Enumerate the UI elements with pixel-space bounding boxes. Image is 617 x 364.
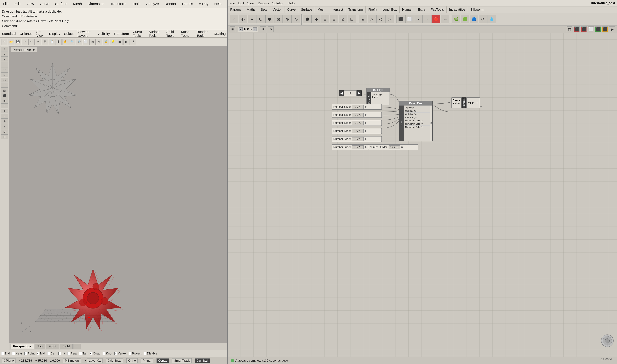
menu-file[interactable]: File — [2, 1, 10, 6]
tool-zoom-window[interactable]: ⬜ — [83, 39, 89, 45]
gh-menu-edit[interactable]: Edit — [238, 1, 244, 5]
gh-menu-help[interactable]: Help — [288, 1, 295, 5]
gh-tool-17[interactable]: ◁ — [376, 15, 385, 23]
gh-tool-23[interactable]: 🔴 — [432, 15, 440, 23]
menu-dimension[interactable]: Dimension — [87, 1, 106, 6]
tool-zoom-in[interactable]: 🔍 — [69, 39, 75, 45]
menu2-setview[interactable]: Set View — [36, 29, 46, 38]
tool-points[interactable]: · — [1, 104, 8, 108]
menu2-mesh-tools[interactable]: Mesh Tools — [180, 29, 193, 38]
gh-tab-transform[interactable]: Transform — [346, 6, 366, 13]
menu2-solid-tools[interactable]: Solid Tools — [166, 29, 178, 38]
basic-box-node[interactable]: Basic Box Struts Topology Cell Size (x) … — [399, 101, 433, 141]
snap-int[interactable]: Int — [58, 352, 65, 355]
layer-btn[interactable]: Layer 01 — [87, 358, 103, 363]
tool-rect[interactable]: □ — [1, 72, 8, 77]
snap-perp[interactable]: Perp — [67, 352, 77, 355]
cell-type-node[interactable]: Cell Tye Preset Cell Topology Lines — [366, 88, 390, 105]
snap-int-checkbox[interactable] — [58, 352, 61, 355]
gh-preview-geom[interactable]: ⬜ — [588, 26, 594, 32]
struts-node[interactable]: Struts Radius — [451, 97, 462, 108]
tool-cut[interactable]: ✂ — [35, 39, 41, 45]
slider-4[interactable]: Number Slider ◇ 2 — [332, 128, 382, 134]
gh-tool-3[interactable]: ● — [248, 15, 256, 23]
gh-tab-curve[interactable]: Curve — [284, 6, 298, 13]
zoom-in-btn[interactable]: + — [253, 27, 257, 31]
gh-tool-10[interactable]: ◆ — [312, 15, 321, 23]
slider-3[interactable]: Number Slider 75 ◇ — [332, 120, 382, 126]
gh-tab-firefly[interactable]: Firefly — [366, 6, 380, 13]
gh-menu-file[interactable]: File — [229, 1, 235, 5]
x-slider-right-arrow[interactable]: ▶ — [358, 91, 361, 95]
snap-project[interactable]: Project — [129, 352, 141, 355]
menu-curve[interactable]: Curve — [39, 1, 50, 6]
mesh-expand[interactable]: ⊞ — [476, 101, 478, 105]
menu2-drafting[interactable]: Drafting — [213, 31, 226, 36]
tool-surface[interactable]: ◧ — [1, 88, 8, 93]
status-osnap[interactable]: Osnap — [156, 358, 169, 363]
units-btn[interactable]: Millimeters — [63, 358, 81, 363]
gh-tab-intersect[interactable]: Intersect — [328, 6, 346, 13]
gh-tool-4[interactable]: ⬡ — [256, 15, 265, 23]
gh-tool-2[interactable]: ◐ — [239, 15, 247, 23]
gh-tab-params[interactable]: Params — [228, 6, 244, 13]
menu-transform[interactable]: Transform — [109, 1, 127, 6]
tool-paste[interactable]: 📋 — [49, 39, 55, 45]
gh-tab-mesh[interactable]: Mesh — [315, 6, 328, 13]
menu2-surface-tools[interactable]: Surface Tools — [148, 29, 163, 38]
tool-line[interactable]: ╱ — [1, 57, 8, 62]
snap-end-checkbox[interactable] — [1, 352, 4, 355]
snap-quad-checkbox[interactable] — [90, 352, 92, 355]
gh-tab-intralattice[interactable]: IntraLattice — [446, 6, 468, 13]
gh-tool-7[interactable]: ⊕ — [283, 15, 292, 23]
gh-tool-21[interactable]: ▪ — [414, 15, 423, 23]
gh-tab-fabtools[interactable]: FabTools — [428, 6, 446, 13]
tool-solid[interactable]: ⬛ — [1, 93, 8, 98]
gh-canvas-settings[interactable]: ⚙ — [268, 26, 274, 32]
tool-open[interactable]: 📂 — [8, 39, 14, 45]
zoom-out-btn[interactable]: - — [239, 27, 243, 31]
snap-mid-checkbox[interactable] — [37, 352, 39, 355]
viewport-tab-top[interactable]: Top — [35, 344, 45, 349]
tool-arc[interactable]: ◠ — [1, 67, 8, 72]
gh-tab-surface[interactable]: Surface — [298, 6, 315, 13]
slider-1[interactable]: Number Slider 75 ◇ — [332, 104, 382, 110]
tool-render[interactable]: ▶ — [123, 39, 130, 45]
osnap-btn[interactable]: Osnap — [156, 358, 169, 363]
menu2-standard[interactable]: Standard — [1, 31, 16, 36]
tool-redo[interactable]: ↪ — [28, 39, 35, 45]
gh-tool-13[interactable]: ⊠ — [339, 15, 347, 23]
gh-tool-14[interactable]: ⊡ — [348, 15, 356, 23]
panel-splitter[interactable] — [227, 0, 228, 364]
tool-delete[interactable]: 🗑 — [55, 39, 62, 45]
snap-knot-checkbox[interactable] — [103, 352, 105, 355]
menu2-select[interactable]: Select — [64, 31, 74, 36]
menu-analyze[interactable]: Analyze — [145, 1, 160, 6]
snap-end[interactable]: End — [1, 352, 10, 355]
tool-pan[interactable]: ✋ — [62, 39, 68, 45]
tool-cplane[interactable]: ⊟ — [1, 129, 8, 134]
status-smart-track[interactable]: SmartTrack — [172, 358, 191, 363]
snap-vertex[interactable]: Vertex — [114, 352, 126, 355]
snap-point[interactable]: Point — [24, 352, 35, 355]
x-slider-left-arrow[interactable]: ◀ — [340, 91, 343, 95]
menu2-visibility[interactable]: Visibility — [97, 31, 110, 36]
ortho-btn[interactable]: Ortho — [126, 358, 138, 363]
menu-view[interactable]: View — [25, 1, 35, 6]
gh-run[interactable]: ▶ — [609, 26, 615, 32]
menu2-transform[interactable]: Transform — [113, 31, 130, 36]
gh-tab-vector[interactable]: Vector — [270, 6, 284, 13]
tool-analysis[interactable]: ⚙ — [1, 119, 8, 124]
status-planar[interactable]: Planar — [141, 358, 153, 363]
gh-tool-18[interactable]: ▷ — [385, 15, 394, 23]
tool-freeform[interactable]: 〜 — [1, 83, 8, 88]
tool-save[interactable]: 💾 — [15, 39, 21, 45]
tool-polygon[interactable]: ⬡ — [1, 78, 8, 82]
gh-tool-15[interactable]: ▲ — [359, 15, 367, 23]
menu2-curve-tools[interactable]: Curve Tools — [132, 29, 146, 38]
viewport-3d[interactable]: Perspective ▼ — [9, 46, 228, 350]
tool-zoom-out[interactable]: 🔎 — [76, 39, 82, 45]
gh-preview-off[interactable]: ◻ — [567, 26, 572, 32]
gh-menu-display[interactable]: Display — [258, 1, 269, 5]
x-slider-node[interactable]: ◀ X ▶ — [339, 90, 362, 96]
